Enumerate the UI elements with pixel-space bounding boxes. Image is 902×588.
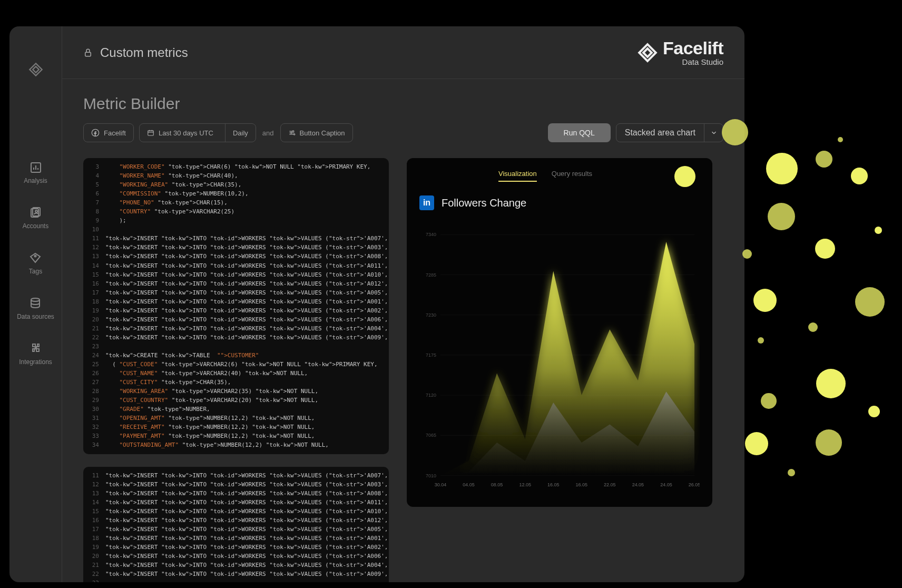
code-line: 7 "PHONE_NO" "tok-type">CHAR(15),	[83, 198, 389, 207]
svg-text:7010: 7010	[426, 473, 436, 478]
svg-text:08.05: 08.05	[491, 482, 503, 487]
code-line: 12"tok-kw">INSERT "tok-kw">INTO "tok-id"…	[83, 243, 389, 252]
decoration-bubble	[838, 137, 843, 142]
svg-text:24.05: 24.05	[632, 482, 644, 487]
decoration-bubble	[875, 227, 882, 234]
date-range-selector[interactable]: Last 30 days UTC Daily	[139, 123, 256, 142]
code-editor-2[interactable]: 11"tok-kw">INSERT "tok-kw">INTO "tok-id"…	[83, 467, 389, 583]
rail-item-accounts[interactable]: Accounts	[23, 207, 48, 230]
rail-item-label: Tags	[29, 268, 42, 275]
code-line: 21"tok-kw">INSERT "tok-kw">INTO "tok-id"…	[83, 561, 389, 570]
area-chart: 7340728572307175712070657010 30.0404.050…	[419, 232, 700, 492]
code-line: 5 "WORKING_AREA" "tok-type">CHAR(35),	[83, 180, 389, 189]
chart-bar-icon	[30, 161, 42, 174]
code-editor-1[interactable]: 3 "WORKER_CODE" "tok-type">CHAR(6) "tok-…	[83, 158, 389, 454]
visualization-panel: Visualization Query results in Followers…	[407, 158, 712, 507]
code-line: 15"tok-kw">INSERT "tok-kw">INTO "tok-id"…	[83, 507, 389, 516]
rail-item-label: Analysis	[24, 177, 47, 184]
database-icon	[29, 297, 42, 310]
code-line: 13"tok-kw">INSERT "tok-kw">INTO "tok-id"…	[83, 252, 389, 261]
svg-text:24.05: 24.05	[660, 482, 672, 487]
code-line: 17"tok-kw">INSERT "tok-kw">INTO "tok-id"…	[83, 288, 389, 297]
rail-item-data-sources[interactable]: Data sources	[17, 297, 54, 320]
filter-button-label: Button Caption	[300, 129, 345, 137]
code-line: 32 "RECEIVE_AMT" "tok-type">NUMBER(12,2)…	[83, 423, 389, 432]
rail-item-label: Data sources	[17, 313, 54, 320]
svg-point-9	[292, 131, 293, 132]
code-line: 18"tok-kw">INSERT "tok-kw">INTO "tok-id"…	[83, 297, 389, 306]
svg-point-5	[31, 298, 40, 301]
run-query-button[interactable]: Run QQL	[548, 123, 611, 142]
code-line: 15"tok-kw">INSERT "tok-kw">INTO "tok-id"…	[83, 270, 389, 279]
svg-text:26.05: 26.05	[689, 482, 700, 487]
code-line: 25 ( "CUST_CODE" "tok-type">VARCHAR2(6) …	[83, 360, 389, 369]
code-line: 22"tok-kw">INSERT "tok-kw">INTO "tok-id"…	[83, 333, 389, 342]
facebook-icon	[91, 129, 100, 137]
granularity-label: Daily	[225, 124, 256, 142]
code-line: 24"tok-kw">CREATE "tok-kw">TABLE "">CUST…	[83, 351, 389, 360]
decoration-bubble	[722, 119, 748, 145]
decoration-bubble	[816, 151, 832, 168]
svg-text:7120: 7120	[426, 393, 436, 398]
code-line: 18"tok-kw">INSERT "tok-kw">INTO "tok-id"…	[83, 534, 389, 543]
code-line: 13"tok-kw">INSERT "tok-kw">INTO "tok-id"…	[83, 489, 389, 498]
puzzle-icon	[30, 342, 42, 355]
code-line: 14"tok-kw">INSERT "tok-kw">INTO "tok-id"…	[83, 498, 389, 507]
rail-item-analysis[interactable]: Analysis	[24, 161, 47, 184]
svg-text:7285: 7285	[426, 272, 436, 277]
code-line: 30 "GRADE" "tok-type">NUMBER,	[83, 405, 389, 414]
decoration-bubble	[761, 393, 777, 409]
code-line: 33 "PAYMENT_AMT" "tok-type">NUMBER(12,2)…	[83, 432, 389, 440]
tag-icon	[29, 252, 42, 264]
decoration-bubble	[816, 369, 846, 398]
svg-point-3	[35, 210, 37, 212]
chart-type-selector[interactable]: Stacked area chart	[616, 123, 723, 142]
code-line: 11"tok-kw">INSERT "tok-kw">INTO "tok-id"…	[83, 234, 389, 243]
and-label: and	[262, 129, 274, 137]
chevron-down-icon	[710, 129, 718, 136]
network-label: Facelift	[104, 129, 126, 137]
decoration-bubble	[758, 337, 764, 344]
page-heading: Metric Builder	[83, 95, 723, 113]
svg-rect-8	[148, 131, 154, 135]
svg-point-4	[35, 256, 36, 257]
brand-icon	[28, 62, 43, 77]
code-line: 27 "CUST_CITY" "tok-type">CHAR(35),	[83, 378, 389, 387]
accounts-icon	[29, 207, 42, 219]
decoration-bubble	[742, 249, 752, 259]
code-line: 34 "OUTSTANDING_AMT" "tok-type">NUMBER(1…	[83, 440, 389, 449]
code-line: 11"tok-kw">INSERT "tok-kw">INTO "tok-id"…	[83, 471, 389, 480]
decoration-bubble	[855, 287, 885, 317]
code-line: 26 "CUST_NAME" "tok-type">VARCHAR2(40) "…	[83, 369, 389, 378]
code-line: 20"tok-kw">INSERT "tok-kw">INTO "tok-id"…	[83, 315, 389, 324]
calendar-icon	[147, 129, 154, 136]
network-selector[interactable]: Facelift	[83, 123, 134, 142]
decoration-bubble	[674, 166, 695, 187]
decoration-bubble	[815, 239, 835, 259]
rail-item-label: Accounts	[23, 222, 48, 230]
code-line: 21"tok-kw">INSERT "tok-kw">INTO "tok-id"…	[83, 324, 389, 333]
tab-query-results[interactable]: Query results	[552, 170, 592, 182]
filter-button[interactable]: Button Caption	[280, 123, 353, 142]
code-line: 4 "WORKER_NAME" "tok-type">CHAR(40),	[83, 171, 389, 180]
code-line: 10	[83, 225, 389, 234]
sliders-icon	[288, 129, 296, 136]
rail-item-integrations[interactable]: Integrations	[19, 342, 52, 366]
visualization-title: Followers Change	[442, 197, 526, 209]
rail-item-tags[interactable]: Tags	[29, 252, 42, 275]
brand-name: Facelift	[663, 39, 723, 57]
linkedin-icon: in	[419, 195, 434, 210]
app-window: Analysis Accounts Tags Data sources Inte…	[9, 26, 744, 582]
code-line: 22"tok-kw">INSERT "tok-kw">INTO "tok-id"…	[83, 570, 389, 579]
svg-text:7340: 7340	[426, 232, 436, 237]
code-line: 14"tok-kw">INSERT "tok-kw">INTO "tok-id"…	[83, 261, 389, 270]
tab-visualization[interactable]: Visualization	[498, 170, 537, 182]
svg-point-11	[293, 134, 295, 135]
decoration-bubble	[745, 432, 768, 455]
decoration-bubble	[768, 203, 795, 230]
code-line: 23	[83, 342, 389, 351]
svg-text:16.05: 16.05	[576, 482, 587, 487]
main: Custom metrics Facelift Data Studio Metr…	[62, 26, 744, 582]
svg-text:7175: 7175	[426, 352, 436, 358]
code-line: 19"tok-kw">INSERT "tok-kw">INTO "tok-id"…	[83, 543, 389, 552]
